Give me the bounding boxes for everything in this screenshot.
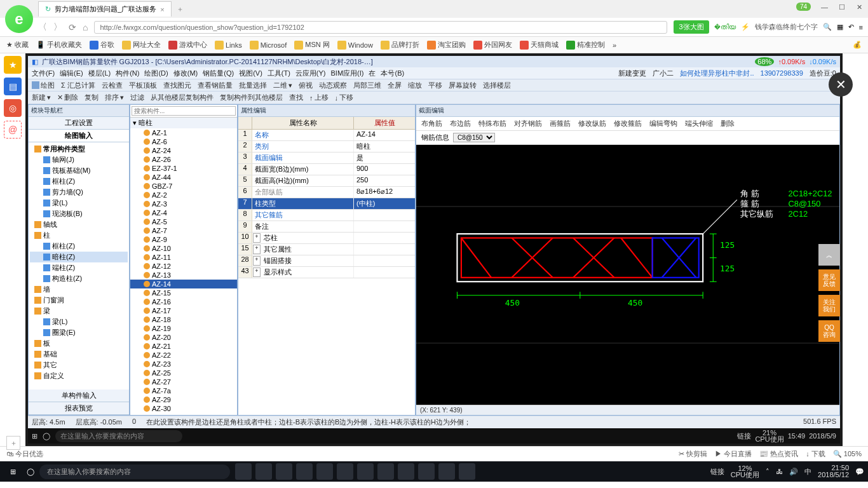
wallet-icon[interactable]: 💰 xyxy=(853,41,862,49)
cortana-icon[interactable]: ◯ xyxy=(27,468,34,476)
section-canvas[interactable]: 450 450 125 125 角 筋2C18+2C12 箍 筋C8@150 其… xyxy=(416,145,839,405)
tb-slab[interactable]: 平板顶板 xyxy=(129,81,157,90)
az-item[interactable]: AZ-27 xyxy=(130,377,237,386)
menu-item[interactable]: 钢筋量(Q) xyxy=(203,69,234,78)
bookmark-item[interactable]: 谷歌 xyxy=(90,40,114,50)
qq-consult-button[interactable]: QQ咨询 xyxy=(818,320,840,342)
az-item[interactable]: AZ-7a xyxy=(130,386,237,395)
maximize-icon[interactable]: ☐ xyxy=(839,3,846,11)
az-item[interactable]: AZ-20 xyxy=(130,333,237,342)
tree-item[interactable]: 现浇板(B) xyxy=(30,208,128,219)
tree-item[interactable]: 剪力墙(Q) xyxy=(30,187,128,198)
az-item[interactable]: AZ-12 xyxy=(130,262,237,271)
tb-draw[interactable]: 绘图 xyxy=(32,81,55,90)
tb-cloud[interactable]: 云检查 xyxy=(102,81,123,90)
lb-item[interactable]: ▶ 今日直播 xyxy=(715,449,752,459)
tree-item[interactable]: 基础 xyxy=(30,349,128,360)
az-item[interactable]: AZ-29 xyxy=(130,395,237,404)
start-icon[interactable]: ⊞ xyxy=(4,463,22,480)
ggj-icon[interactable] xyxy=(418,463,435,480)
sec-tab[interactable]: 对齐钢筋 xyxy=(514,119,542,128)
property-expander[interactable]: 15+其它属性 xyxy=(238,244,415,255)
tb-top[interactable]: 俯视 xyxy=(299,81,313,90)
overlay-close-icon[interactable]: ✕ xyxy=(829,72,853,97)
tb-down[interactable]: ↓ 下移 xyxy=(335,93,354,102)
tb-link2[interactable]: 链接 xyxy=(710,467,724,477)
browser-logo-icon[interactable]: e xyxy=(5,5,33,33)
menu-item[interactable]: 本号(B) xyxy=(381,69,404,78)
az-item[interactable]: AZ-17 xyxy=(130,306,237,315)
share-icon[interactable]: �തിയ xyxy=(714,23,736,31)
az-item[interactable]: AZ-4 xyxy=(130,208,237,217)
az-item[interactable]: AZ-13 xyxy=(130,271,237,280)
tab-close-icon[interactable]: × xyxy=(160,6,164,13)
menu-item[interactable]: 文件(F) xyxy=(32,69,55,78)
inner-start-icon[interactable]: ⊞ xyxy=(32,432,37,440)
az-item[interactable]: AZ-10 xyxy=(130,244,237,253)
tb-up[interactable]: ↑ 上移 xyxy=(309,93,329,102)
reload-icon[interactable]: ⟳ xyxy=(69,22,76,32)
tb-find[interactable]: 查找图元 xyxy=(163,81,191,90)
bookmark-item[interactable]: 网址大全 xyxy=(122,40,161,50)
property-row[interactable]: 8其它箍筋 xyxy=(238,210,415,221)
property-rows[interactable]: 1名称AZ-142类别暗柱3截面编辑是4截面宽(B边)(mm)9005截面高(H… xyxy=(238,130,415,415)
tb-sort[interactable]: 排序 ▾ xyxy=(105,93,124,102)
360-icon[interactable] xyxy=(398,463,414,480)
az-item[interactable]: AZ-24 xyxy=(130,146,237,155)
sec-tab[interactable]: 删除 xyxy=(721,119,735,128)
bookmark-item[interactable]: 外国网友 xyxy=(473,40,512,50)
menu-item[interactable]: 构件(N) xyxy=(116,69,139,78)
az-item[interactable]: AZ-5 xyxy=(130,217,237,226)
bookmark-item[interactable]: 品牌打折 xyxy=(381,40,419,50)
update-badge[interactable]: 74 xyxy=(796,3,811,11)
menu-item[interactable]: BIM应用(I) xyxy=(331,69,364,78)
browser-tab[interactable]: ↻ 剪力墙端部加强问题_广联达服务 × xyxy=(38,1,172,17)
gcl-icon[interactable] xyxy=(438,463,455,480)
bookmark-item[interactable]: Microsof xyxy=(250,41,287,50)
tree-item[interactable]: 框柱(Z) xyxy=(30,241,128,252)
tb-copyto[interactable]: 复制构件到其他楼层 xyxy=(220,93,283,102)
sec-tab[interactable]: 编辑弯钩 xyxy=(649,119,677,128)
lb-item[interactable]: 📰 热点资讯 xyxy=(759,449,798,459)
minimize-icon[interactable]: — xyxy=(821,3,829,11)
az-item[interactable]: AZ-15 xyxy=(130,288,237,297)
rail-doc-icon[interactable]: ▤ xyxy=(4,78,22,95)
az-item[interactable]: AZ-1 xyxy=(130,128,237,137)
url-input[interactable]: http://e.fwxgx.com/question/question_sho… xyxy=(94,21,667,34)
lb-item[interactable]: ✂ 快剪辑 xyxy=(679,449,707,459)
tb-zoom[interactable]: 缩放 xyxy=(408,81,422,90)
rebar-info-select[interactable]: C8@150 xyxy=(453,133,495,142)
component-search-input[interactable] xyxy=(132,106,236,116)
property-expander[interactable]: 43+显示样式 xyxy=(238,267,415,278)
tb-2d[interactable]: 二维 ▾ xyxy=(273,81,292,90)
property-row[interactable]: 5截面高(H边)(mm)250 xyxy=(238,175,415,187)
tree-item[interactable]: 轴线 xyxy=(30,219,128,230)
today-rec[interactable]: 🛍 今日优选 xyxy=(6,449,43,459)
az-item[interactable]: AZ-30 xyxy=(130,404,237,413)
edge-icon[interactable] xyxy=(276,463,292,480)
tray-notif-icon[interactable]: 💬 xyxy=(855,468,864,476)
tb-new[interactable]: 新建 ▾ xyxy=(32,93,51,102)
scroll-top-button[interactable]: ︽ xyxy=(818,244,840,266)
az-item[interactable]: AZ-16 xyxy=(130,297,237,306)
tb-floor-sel[interactable]: 选择楼层 xyxy=(483,81,511,90)
tb-link[interactable]: 链接 xyxy=(737,431,751,441)
az-item[interactable]: AZ-18 xyxy=(130,315,237,324)
tree-item[interactable]: 暗柱(Z) xyxy=(30,252,128,262)
taskbar-search-input[interactable]: 在这里输入你要搜索的内容 xyxy=(39,464,230,479)
tray-net-icon[interactable]: 🖧 xyxy=(776,468,783,475)
az-item[interactable]: GBZ-7 xyxy=(130,182,237,191)
inner-search-input[interactable]: 在这里输入你要搜索的内容 xyxy=(55,430,182,442)
az-item[interactable]: AZ-22 xyxy=(130,351,237,360)
tree-item[interactable]: 框柱(Z) xyxy=(30,176,128,187)
tree-item[interactable]: 墙 xyxy=(30,284,128,295)
explorer-icon[interactable] xyxy=(296,463,313,480)
lb-item[interactable]: ↓ 下载 xyxy=(806,449,825,459)
nav-tab-single[interactable]: 单构件输入 xyxy=(29,390,129,402)
list-group-header[interactable]: ▾ 暗柱 xyxy=(130,118,237,128)
sec-tab[interactable]: 特殊布筋 xyxy=(478,119,506,128)
headline-text[interactable]: 钱学森临终前七个字 xyxy=(755,22,818,32)
cad-icon[interactable] xyxy=(459,463,475,480)
tree-item[interactable]: 端柱(Z) xyxy=(30,262,128,273)
az-item[interactable]: AZ-6 xyxy=(130,137,237,146)
